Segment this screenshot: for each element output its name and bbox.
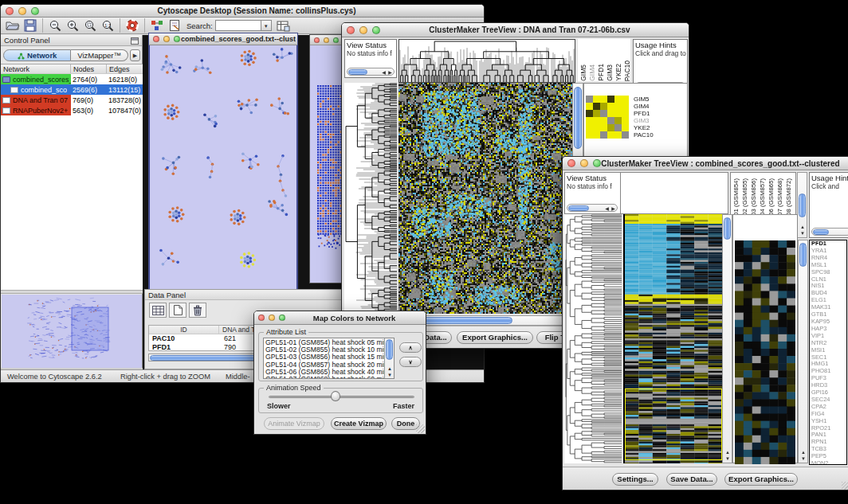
tv1-matrix-cell[interactable] bbox=[614, 103, 622, 110]
tv1-matrix-cell[interactable] bbox=[593, 103, 600, 110]
close-icon[interactable] bbox=[347, 26, 355, 34]
resize-grip[interactable] bbox=[842, 482, 848, 490]
move-down-button[interactable]: ∨ bbox=[399, 357, 422, 367]
tv1-column-label[interactable]: GIM3 bbox=[606, 64, 614, 81]
tv1-row-label[interactable]: PAC10 bbox=[634, 131, 654, 139]
minimize-icon[interactable] bbox=[269, 315, 275, 321]
tv1-column-label[interactable]: PFD1 bbox=[597, 64, 605, 81]
panel-splitter[interactable] bbox=[1, 290, 143, 294]
tab-network[interactable]: Network bbox=[3, 49, 71, 61]
network-table-row[interactable]: combined_scores_2764(0)16218(0) bbox=[1, 74, 143, 84]
open-folder-icon[interactable] bbox=[4, 18, 22, 33]
tv1-zoom-heatmap[interactable] bbox=[586, 96, 629, 139]
tv1-matrix-cell[interactable] bbox=[586, 131, 593, 139]
view-status-scrollbar[interactable]: ◀ ▶ bbox=[347, 68, 395, 76]
close-icon[interactable] bbox=[314, 37, 320, 43]
attribute-browser-icon[interactable] bbox=[275, 18, 292, 33]
tv1-matrix-cell[interactable] bbox=[600, 96, 607, 103]
column-header-nodes[interactable]: Nodes bbox=[71, 64, 107, 73]
tv1-matrix-cell[interactable] bbox=[586, 103, 593, 110]
resize-grip[interactable] bbox=[416, 424, 425, 433]
tv1-column-label[interactable]: YKE2 bbox=[614, 64, 622, 81]
tv1-matrix-cell[interactable] bbox=[607, 117, 614, 124]
tv1-global-heatmap[interactable] bbox=[398, 83, 572, 314]
zoom-selected-icon[interactable] bbox=[81, 18, 99, 33]
tv1-matrix-cell[interactable] bbox=[614, 124, 622, 131]
close-icon[interactable] bbox=[567, 159, 575, 167]
tv2-gene-label[interactable]: MON2 bbox=[810, 460, 846, 465]
minimize-icon[interactable] bbox=[580, 159, 588, 167]
tv1-matrix-cell[interactable] bbox=[622, 103, 629, 110]
annotation-icon[interactable] bbox=[166, 18, 183, 33]
animation-speed-slider[interactable] bbox=[269, 396, 414, 398]
tv1-matrix-cell[interactable] bbox=[600, 124, 607, 131]
tv2-vertical-scrollbar[interactable]: ▲ ▼ bbox=[722, 214, 732, 463]
tv1-row-label[interactable]: PFD1 bbox=[634, 110, 654, 117]
tv1-matrix-cell[interactable] bbox=[614, 117, 622, 124]
network-canvas-2[interactable] bbox=[310, 45, 344, 283]
tv1-matrix-cell[interactable] bbox=[622, 117, 629, 124]
maximize-icon[interactable] bbox=[333, 37, 339, 43]
maximize-icon[interactable] bbox=[174, 36, 180, 42]
network-canvas[interactable] bbox=[149, 45, 297, 290]
tv1-row-dendrogram[interactable] bbox=[344, 83, 397, 314]
tv1-matrix-cell[interactable] bbox=[593, 96, 600, 103]
tv1-row-label[interactable]: GIM3 bbox=[634, 117, 654, 124]
search-dropdown-icon[interactable]: ▼ bbox=[261, 20, 272, 31]
tv1-matrix-cell[interactable] bbox=[593, 131, 600, 139]
tv1-matrix-cell[interactable] bbox=[607, 124, 614, 131]
data-column-id[interactable]: ID bbox=[149, 326, 219, 334]
tv1-matrix-cell[interactable] bbox=[614, 110, 622, 117]
float-panel-icon[interactable] bbox=[131, 33, 139, 48]
tv1-row-label[interactable]: YKE2 bbox=[634, 124, 654, 131]
new-attribute-icon[interactable] bbox=[169, 303, 186, 318]
usage-hints-scrollbar[interactable] bbox=[811, 228, 848, 236]
tv2-labels-scrollbar[interactable]: ▲ ▼ bbox=[797, 172, 807, 238]
tv1-column-dendrogram[interactable] bbox=[398, 39, 575, 83]
slider-thumb[interactable] bbox=[331, 391, 340, 401]
tv2-zoom-heatmap[interactable] bbox=[735, 240, 795, 464]
save-icon[interactable] bbox=[22, 18, 39, 33]
tv1-matrix-cell[interactable] bbox=[607, 110, 614, 117]
tv1-row-label[interactable]: GIM5 bbox=[634, 96, 654, 103]
dialog-titlebar[interactable]: Map Colors to Network bbox=[254, 311, 426, 325]
tv2-row-dendrogram[interactable] bbox=[564, 214, 622, 463]
tv1-matrix-cell[interactable] bbox=[586, 117, 593, 124]
column-header-network[interactable]: Network bbox=[1, 64, 71, 73]
tab-vizmapper[interactable]: VizMapper™ bbox=[71, 49, 128, 61]
minimize-icon[interactable] bbox=[163, 36, 170, 42]
tv1-matrix-cell[interactable] bbox=[593, 110, 600, 117]
zoom-actual-icon[interactable]: 1:1 bbox=[99, 18, 116, 33]
tv1-matrix-cell[interactable] bbox=[593, 124, 600, 131]
delete-attribute-trash-icon[interactable] bbox=[189, 303, 206, 318]
network-overview-canvas[interactable] bbox=[2, 295, 142, 368]
network-table-row[interactable]: combined_sco2569(6)13112(15) bbox=[1, 84, 143, 95]
minimize-icon[interactable] bbox=[18, 7, 26, 15]
settings-button[interactable]: Settings... bbox=[612, 473, 658, 486]
animate-vizmap-button[interactable]: Animate Vizmap bbox=[264, 417, 324, 430]
tv1-matrix-cell[interactable] bbox=[607, 96, 614, 103]
network-table-row[interactable]: RNAPuberNov2+563(0)107847(0) bbox=[1, 105, 143, 115]
tv1-matrix-cell[interactable] bbox=[622, 124, 629, 131]
close-icon[interactable] bbox=[258, 315, 265, 321]
export-graphics-button[interactable]: Export Graphics... bbox=[457, 331, 533, 344]
attribute-list-scrollbar[interactable]: ▲ ▼ bbox=[384, 338, 394, 378]
attribute-list[interactable]: GPL51-01 (GSM854) heat shock 05 minGPL51… bbox=[263, 338, 395, 379]
close-icon[interactable] bbox=[153, 36, 159, 42]
tv1-matrix-cell[interactable] bbox=[622, 110, 629, 117]
treeview1-titlebar[interactable]: ClusterMaker TreeView : DNA and Tran 07-… bbox=[342, 23, 689, 37]
tv1-row-label[interactable]: GIM4 bbox=[634, 103, 654, 110]
tv2-zoom-scrollbar[interactable]: ▲ ▼ bbox=[798, 240, 808, 463]
tv1-matrix-cell[interactable] bbox=[600, 117, 607, 124]
tv1-matrix-cell[interactable] bbox=[622, 96, 629, 103]
tv1-matrix-cell[interactable] bbox=[586, 96, 593, 103]
vizmapper-icon[interactable] bbox=[148, 18, 166, 33]
tv1-matrix-cell[interactable] bbox=[614, 131, 622, 139]
tv1-matrix-cell[interactable] bbox=[593, 117, 600, 124]
tv1-matrix-cell[interactable] bbox=[600, 131, 607, 139]
tv1-matrix-cell[interactable] bbox=[586, 110, 593, 117]
search-input[interactable] bbox=[215, 20, 261, 31]
tv1-matrix-cell[interactable] bbox=[586, 124, 593, 131]
minimize-icon[interactable] bbox=[359, 26, 367, 34]
column-header-edges[interactable]: Edges bbox=[107, 64, 143, 73]
